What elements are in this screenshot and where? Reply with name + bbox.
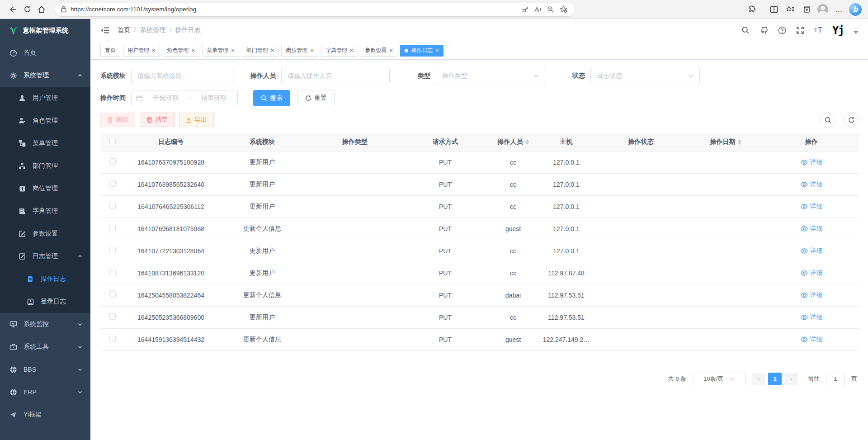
row-checkbox[interactable]: [109, 313, 116, 320]
tab-home[interactable]: 首页: [100, 45, 120, 57]
row-checkbox[interactable]: [109, 203, 116, 209]
date-range-picker[interactable]: 开始日期 - 结束日期: [131, 90, 238, 106]
next-page-button[interactable]: ›: [784, 373, 798, 385]
tab-menu-mgmt[interactable]: 菜单管理×: [202, 45, 239, 57]
module-input[interactable]: [131, 68, 235, 84]
search-button[interactable]: 搜索: [253, 90, 290, 106]
detail-link[interactable]: 详细: [801, 336, 823, 344]
page-size-select[interactable]: 10条/页: [693, 373, 745, 385]
read-aloud-icon[interactable]: [532, 3, 544, 16]
close-icon[interactable]: ×: [310, 47, 314, 53]
detail-link[interactable]: 详细: [801, 291, 823, 299]
sidebar-item-system[interactable]: 系统管理: [0, 64, 90, 87]
close-icon[interactable]: ×: [435, 47, 439, 53]
address-bar[interactable]: https://ccnetcore.com:1101/system/log/op…: [55, 3, 575, 16]
sidebar-item-oper-log[interactable]: 操作日志: [0, 268, 90, 290]
prev-page-button[interactable]: ‹: [752, 373, 765, 385]
row-select-cell: [100, 328, 125, 350]
github-icon[interactable]: [760, 26, 768, 35]
header-search-icon[interactable]: [741, 26, 750, 34]
row-checkbox[interactable]: [109, 158, 116, 165]
extensions-icon[interactable]: [745, 2, 759, 17]
detail-link[interactable]: 详细: [801, 247, 823, 255]
status-select[interactable]: 日志状态: [590, 68, 700, 84]
detail-link[interactable]: 详细: [801, 158, 823, 166]
close-icon[interactable]: ×: [271, 47, 274, 53]
sidebar-item-post-mgmt[interactable]: 岗位管理: [0, 177, 90, 200]
tab-user-mgmt[interactable]: 用户管理×: [123, 45, 160, 57]
tab-post-mgmt[interactable]: 岗位管理×: [281, 45, 318, 57]
sidebar-item-label: 日志管理: [33, 252, 58, 260]
type-select[interactable]: 操作类型: [436, 68, 545, 84]
font-size-icon[interactable]: TT: [814, 26, 822, 35]
browser-home-button[interactable]: [34, 2, 49, 17]
close-icon[interactable]: ×: [350, 47, 354, 53]
sidebar-item-erp[interactable]: ERP: [0, 381, 90, 403]
tab-role-mgmt[interactable]: 角色管理×: [163, 45, 200, 57]
sidebar-item-dict-mgmt[interactable]: 字典管理: [0, 200, 90, 222]
browser-menu-button[interactable]: …: [832, 2, 846, 17]
copilot-button[interactable]: b: [848, 2, 863, 17]
row-checkbox[interactable]: [109, 180, 116, 187]
row-checkbox[interactable]: [109, 269, 116, 275]
refresh-table-button[interactable]: [844, 112, 859, 128]
browser-back-button[interactable]: [5, 2, 20, 17]
split-screen-icon[interactable]: [767, 2, 781, 17]
reset-button[interactable]: 重置: [297, 90, 335, 106]
export-button[interactable]: 导出: [179, 113, 214, 127]
collections-icon[interactable]: [799, 2, 814, 17]
sidebar-item-yi-framework[interactable]: Yi框架: [0, 403, 90, 426]
sidebar-item-monitor[interactable]: 系统监控: [0, 313, 90, 336]
sidebar-item-bbs[interactable]: BBS: [0, 358, 90, 381]
sort-operator[interactable]: 操作人员: [498, 138, 529, 146]
tab-dict-mgmt[interactable]: 字典管理×: [321, 45, 358, 57]
sidebar-item-tools[interactable]: 系统工具: [0, 336, 90, 358]
browser-refresh-button[interactable]: [20, 2, 34, 17]
tab-param-settings[interactable]: 参数设置×: [361, 45, 398, 57]
detail-link[interactable]: 详细: [801, 269, 823, 277]
current-page-button[interactable]: 1: [768, 373, 782, 385]
sort-date[interactable]: 操作日期: [710, 138, 741, 146]
close-icon[interactable]: ×: [231, 47, 235, 53]
sidebar-item-log-mgmt[interactable]: 日志管理: [0, 245, 90, 268]
zoom-out-icon[interactable]: [544, 3, 557, 16]
row-checkbox[interactable]: [109, 247, 116, 253]
tab-dept-mgmt[interactable]: 部门管理×: [242, 45, 279, 57]
detail-link[interactable]: 详细: [801, 203, 823, 211]
favorites-bar-icon[interactable]: [783, 2, 797, 17]
breadcrumb-home[interactable]: 首页: [118, 26, 130, 34]
detail-link[interactable]: 详细: [801, 225, 823, 233]
goto-page-input[interactable]: [826, 373, 845, 385]
sidebar-item-menu-mgmt[interactable]: 菜单管理: [0, 132, 90, 155]
row-checkbox[interactable]: [109, 225, 116, 231]
row-checkbox[interactable]: [109, 291, 116, 298]
dropdown-caret-icon[interactable]: [854, 31, 858, 34]
user-logo-mark[interactable]: Yj: [832, 25, 844, 36]
fullscreen-icon[interactable]: [796, 26, 804, 34]
tab-oper-log[interactable]: 操作日志×: [400, 45, 443, 57]
profile-avatar[interactable]: [816, 2, 830, 17]
close-icon[interactable]: ×: [152, 47, 156, 53]
close-icon[interactable]: ×: [192, 47, 195, 53]
breadcrumb-system[interactable]: 系统管理: [140, 26, 165, 34]
detail-link[interactable]: 详细: [801, 180, 823, 189]
help-icon[interactable]: [778, 26, 786, 34]
detail-link[interactable]: 详细: [801, 313, 823, 322]
sidebar-item-dept-mgmt[interactable]: 部门管理: [0, 155, 90, 177]
operator-input[interactable]: [281, 68, 390, 84]
toggle-search-button[interactable]: [820, 112, 835, 128]
sidebar-item-user-mgmt[interactable]: 用户管理: [0, 87, 90, 109]
delete-button[interactable]: 删除: [100, 113, 135, 127]
select-all-checkbox[interactable]: [109, 138, 116, 144]
sidebar-collapse-button[interactable]: [100, 26, 109, 34]
sidebar-item-role-mgmt[interactable]: 角色管理: [0, 109, 90, 132]
row-checkbox[interactable]: [109, 336, 116, 342]
sidebar-item-login-log[interactable]: 登录日志: [0, 290, 90, 313]
sidebar-item-param-settings[interactable]: 参数设置: [0, 222, 90, 245]
sidebar-item-home[interactable]: 首页: [0, 42, 90, 64]
app-logo[interactable]: 意框架管理系统: [0, 19, 90, 42]
close-icon[interactable]: ×: [390, 47, 393, 53]
clear-button[interactable]: 清空: [140, 113, 175, 127]
password-key-icon[interactable]: [519, 3, 532, 16]
favorite-add-icon[interactable]: [557, 3, 570, 16]
